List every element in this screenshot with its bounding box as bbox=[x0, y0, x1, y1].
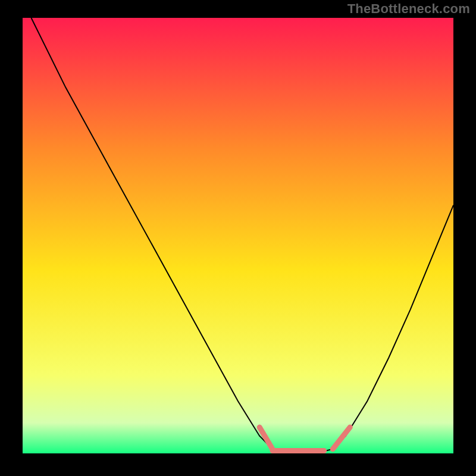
chart-container: TheBottleneck.com bbox=[0, 0, 476, 476]
plot-area bbox=[23, 18, 453, 453]
curve-layer bbox=[23, 18, 453, 453]
marker-right-slope bbox=[333, 427, 350, 449]
watermark-text: TheBottleneck.com bbox=[347, 1, 470, 17]
bottleneck-curve bbox=[32, 18, 454, 453]
